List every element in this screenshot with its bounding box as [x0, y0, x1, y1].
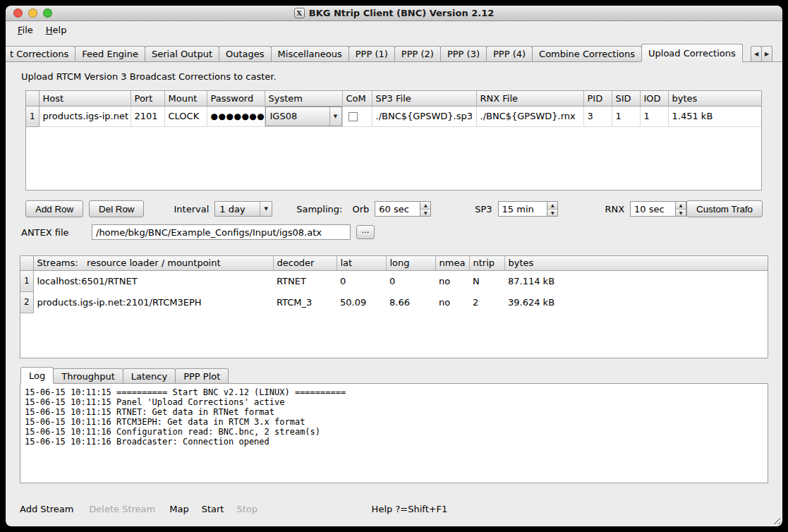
- bnc-main-window: X BKG Ntrip Client (BNC) Version 2.12 Fi…: [6, 6, 782, 526]
- col-port: Port: [131, 91, 164, 106]
- spin-up-icon[interactable]: ▲: [676, 202, 686, 210]
- tab-ppp-1[interactable]: PPP (1): [348, 46, 395, 61]
- tab-combine-corrections[interactable]: Combine Corrections: [532, 46, 642, 61]
- spin-up-icon[interactable]: ▲: [547, 202, 557, 210]
- log-output[interactable]: 15-06-15 10:11:15 ========== Start BNC v…: [20, 383, 768, 483]
- menu-help[interactable]: Help: [40, 23, 73, 37]
- tab-ppp-2[interactable]: PPP (2): [394, 46, 441, 61]
- col-bytes: bytes: [668, 91, 762, 106]
- minimize-window-button[interactable]: [28, 8, 37, 18]
- menu-file[interactable]: File: [11, 23, 40, 37]
- col-rnx-file: RNX File: [476, 91, 583, 106]
- log-line: 15-06-15 10:11:16 RTCM3EPH: Get data in …: [25, 417, 763, 427]
- sp3-sampling-spinbox[interactable]: 15 min ▲ ▼: [498, 201, 559, 217]
- tab-scrollers: ◀ ▶: [751, 46, 772, 61]
- upload-table-corner: [26, 91, 39, 106]
- rnx-sampling-value: 10 sec: [631, 202, 675, 216]
- col-decoder: decoder: [273, 256, 337, 270]
- interval-label: Interval: [174, 204, 209, 214]
- tab-latency[interactable]: Latency: [123, 368, 176, 383]
- log-line: 15-06-15 10:11:15 Panel 'Upload Correcti…: [25, 397, 763, 407]
- col-nmea: nmea: [435, 256, 469, 270]
- del-row-button[interactable]: Del Row: [89, 200, 144, 217]
- col-mount: Mount: [164, 91, 207, 106]
- tab-ppp-plot[interactable]: PPP Plot: [175, 368, 229, 383]
- spin-up-icon[interactable]: ▲: [420, 202, 430, 210]
- chevron-down-icon[interactable]: ▼: [329, 107, 341, 126]
- cell-host[interactable]: products.igs-ip.net: [39, 106, 131, 126]
- log-tab-bar: Log Throughput Latency PPP Plot: [20, 367, 768, 383]
- start-button[interactable]: Start: [202, 504, 224, 514]
- title-bar[interactable]: X BKG Ntrip Client (BNC) Version 2.12: [6, 6, 782, 21]
- tab-outages[interactable]: Outages: [219, 46, 272, 61]
- map-button[interactable]: Map: [169, 504, 188, 514]
- antex-file-input[interactable]: /home/bkg/BNC/Example_Configs/Input/igs0…: [92, 224, 351, 240]
- close-window-button[interactable]: [13, 8, 23, 18]
- help-shortcut-label: Help ?=Shift+F1: [372, 504, 448, 514]
- com-checkbox[interactable]: [348, 112, 358, 121]
- stream-row[interactable]: 2 products.igs-ip.net:2101/RTCM3EPH RTCM…: [20, 291, 768, 313]
- antex-file-label: ANTEX file: [21, 227, 92, 238]
- col-stream-bytes: bytes: [504, 256, 768, 270]
- settings-tab-bar: t Corrections Feed Engine Serial Output …: [6, 44, 782, 62]
- add-stream-button[interactable]: Add Stream: [20, 504, 73, 514]
- tab-serial-output[interactable]: Serial Output: [145, 46, 219, 61]
- stop-button[interactable]: Stop: [236, 504, 257, 514]
- cell-mount[interactable]: CLOCK: [164, 106, 207, 126]
- tab-scroll-right-button[interactable]: ▶: [761, 46, 772, 61]
- col-host: Host: [39, 91, 131, 106]
- stream-row[interactable]: 1 localhost:6501/RTNET RTNET 0 0 no N 87…: [20, 270, 768, 291]
- tab-ppp-4[interactable]: PPP (4): [486, 46, 533, 61]
- spin-down-icon[interactable]: ▼: [420, 210, 430, 217]
- col-long: long: [386, 256, 435, 270]
- stream-decoder: RTCM_3: [273, 291, 337, 313]
- col-sid: SID: [612, 91, 640, 106]
- stream-long: 8.66: [386, 291, 435, 313]
- tab-ppp-3[interactable]: PPP (3): [440, 46, 487, 61]
- zoom-window-button[interactable]: [43, 8, 52, 18]
- cell-port[interactable]: 2101: [131, 106, 164, 126]
- tab-upload-corrections[interactable]: Upload Corrections: [641, 44, 743, 62]
- stream-mountpoint: products.igs-ip.net:2101/RTCM3EPH: [33, 291, 273, 313]
- streams-table: Streams: resource loader / mountpoint de…: [20, 256, 768, 313]
- log-line: 15-06-15 10:11:16 Broadcaster: Connectio…: [25, 437, 763, 447]
- custom-trafo-button[interactable]: Custom Trafo: [686, 200, 763, 217]
- tab-scroll-left-button[interactable]: ◀: [751, 46, 762, 61]
- col-system: System: [265, 91, 342, 106]
- spin-buttons: ▲ ▼: [420, 202, 430, 216]
- stream-bytes: 87.114 kB: [504, 270, 768, 291]
- rnx-sampling-spinbox[interactable]: 10 sec ▲ ▼: [630, 201, 686, 217]
- scroll-left-icon: ◀: [754, 51, 758, 57]
- chevron-down-icon[interactable]: ▼: [260, 202, 272, 216]
- antex-browse-button[interactable]: ...: [356, 225, 375, 239]
- log-tab-widget: Log Throughput Latency PPP Plot 15-06-15…: [20, 367, 768, 483]
- log-line: 15-06-15 10:11:16 Configuration read: BN…: [25, 427, 763, 437]
- orb-sampling-spinbox[interactable]: 60 sec ▲ ▼: [375, 201, 431, 217]
- cell-sid[interactable]: 1: [612, 106, 640, 126]
- spin-buttons: ▲ ▼: [675, 202, 686, 216]
- stream-bytes: 39.624 kB: [504, 291, 768, 313]
- tab-log[interactable]: Log: [20, 367, 54, 384]
- row-number: 1: [26, 106, 39, 126]
- traffic-lights: [13, 8, 52, 18]
- upload-table: Host Port Mount Password System CoM SP3 …: [26, 91, 762, 127]
- system-combobox[interactable]: IGS08 ▼: [265, 107, 342, 126]
- stream-nmea: no: [435, 291, 469, 313]
- cell-sp3-file[interactable]: ./BNC${GPSWD}.sp3: [372, 106, 476, 126]
- delete-stream-button[interactable]: Delete Stream: [89, 504, 155, 514]
- cell-iod[interactable]: 1: [640, 106, 668, 126]
- cell-password[interactable]: ●●●●●●●: [207, 106, 265, 126]
- tab-broadcast-corrections[interactable]: t Corrections: [6, 46, 75, 61]
- cell-rnx-file[interactable]: ./BNC${GPSWD}.rnx: [476, 106, 583, 126]
- spin-down-icon[interactable]: ▼: [676, 210, 686, 217]
- streams-table-corner: [20, 256, 33, 270]
- interval-combobox[interactable]: 1 day ▼: [214, 201, 272, 217]
- tab-throughput[interactable]: Throughput: [53, 368, 123, 383]
- tab-feed-engine[interactable]: Feed Engine: [75, 46, 145, 61]
- spin-down-icon[interactable]: ▼: [547, 210, 557, 217]
- add-row-button[interactable]: Add Row: [25, 200, 83, 217]
- cell-bytes: 1.451 kB: [668, 106, 762, 126]
- tab-miscellaneous[interactable]: Miscellaneous: [271, 46, 349, 61]
- cell-pid[interactable]: 3: [583, 106, 612, 126]
- col-com: CoM: [342, 91, 372, 106]
